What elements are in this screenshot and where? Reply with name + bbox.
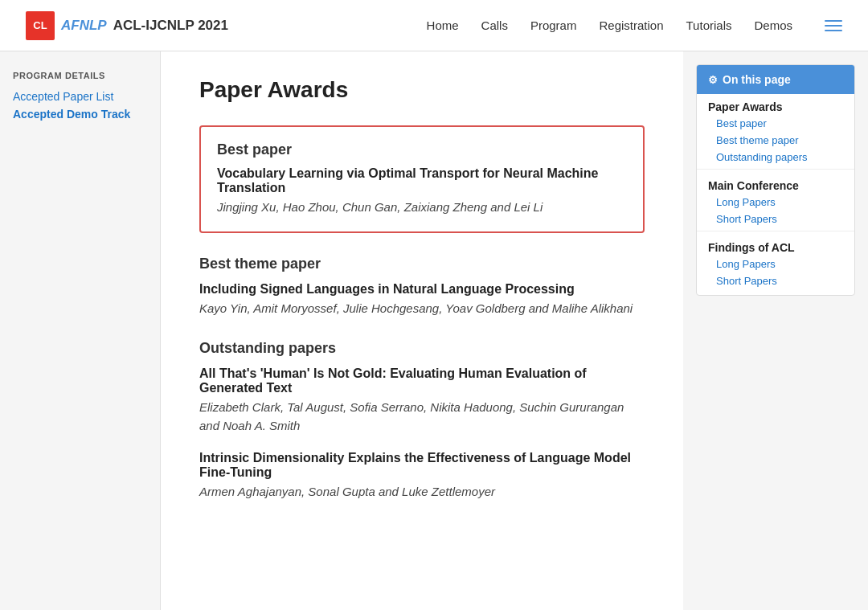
best-paper-heading: Best paper: [217, 141, 627, 158]
nav-program[interactable]: Program: [530, 18, 577, 32]
nav-registration[interactable]: Registration: [599, 18, 663, 32]
toc-header-label: On this page: [723, 73, 791, 86]
toc-link-findings-short-papers[interactable]: Short Papers: [697, 272, 854, 295]
hamburger-line-3: [825, 30, 842, 31]
best-paper-authors: Jingjing Xu, Hao Zhou, Chun Gan, Zaixian…: [217, 199, 627, 217]
toc-section-main-conference: Main Conference: [697, 173, 854, 194]
hamburger-line-2: [825, 25, 842, 27]
sidebar-section-title: PROGRAM DETAILS: [13, 71, 147, 80]
toc-divider-1: [697, 169, 854, 170]
toc-header: ⚙ On this page: [697, 65, 854, 94]
hamburger-line-1: [825, 20, 842, 22]
gear-icon: ⚙: [708, 74, 718, 86]
best-theme-paper-section: Best theme paper Including Signed Langua…: [199, 256, 645, 318]
best-theme-paper-authors: Kayo Yin, Amit Moryossef, Julie Hochgesa…: [199, 300, 645, 318]
toc-box: ⚙ On this page Paper Awards Best paper B…: [696, 64, 855, 296]
toc-link-outstanding-papers[interactable]: Outstanding papers: [697, 149, 854, 166]
page-title: Paper Awards: [199, 77, 645, 103]
outstanding-papers-section: Outstanding papers All That's 'Human' Is…: [199, 340, 645, 502]
site-title: ACL-IJCNLP 2021: [113, 18, 228, 34]
nav-calls[interactable]: Calls: [481, 18, 508, 32]
nav-tutorials[interactable]: Tutorials: [686, 18, 732, 32]
sidebar-link-accepted-demo-track[interactable]: Accepted Demo Track: [13, 108, 147, 121]
outstanding-paper-2: Intrinsic Dimensionality Explains the Ef…: [199, 451, 645, 502]
nav-demos[interactable]: Demos: [754, 18, 792, 32]
best-paper-title: Vocabulary Learning via Optimal Transpor…: [217, 166, 627, 195]
outstanding-paper-2-title: Intrinsic Dimensionality Explains the Ef…: [199, 451, 645, 480]
best-theme-paper-heading: Best theme paper: [199, 256, 645, 272]
logo-text: CL: [33, 19, 47, 31]
toc-link-main-short-papers[interactable]: Short Papers: [697, 211, 854, 227]
left-sidebar: PROGRAM DETAILS Accepted Paper List Acce…: [0, 51, 161, 610]
toc-sidebar: ⚙ On this page Paper Awards Best paper B…: [683, 51, 868, 610]
toc-link-main-long-papers[interactable]: Long Papers: [697, 194, 854, 211]
toc-link-best-paper[interactable]: Best paper: [697, 115, 854, 132]
outstanding-paper-1-title: All That's 'Human' Is Not Gold: Evaluati…: [199, 366, 645, 395]
best-theme-paper-title: Including Signed Languages in Natural La…: [199, 282, 645, 297]
toc-section-paper-awards: Paper Awards: [697, 94, 854, 115]
toc-link-findings-long-papers[interactable]: Long Papers: [697, 256, 854, 272]
main-content: Paper Awards Best paper Vocabulary Learn…: [161, 51, 683, 610]
outstanding-paper-1: All That's 'Human' Is Not Gold: Evaluati…: [199, 366, 645, 435]
sidebar-link-accepted-paper-list[interactable]: Accepted Paper List: [13, 90, 147, 103]
brand-text: AFNLP: [61, 18, 107, 34]
best-paper-box: Best paper Vocabulary Learning via Optim…: [199, 125, 645, 233]
hamburger-menu[interactable]: [825, 20, 842, 31]
toc-divider-2: [697, 231, 854, 231]
toc-section-findings-acl: Findings of ACL: [697, 235, 854, 256]
outstanding-paper-2-authors: Armen Aghajanyan, Sonal Gupta and Luke Z…: [199, 483, 645, 502]
page-layout: PROGRAM DETAILS Accepted Paper List Acce…: [0, 51, 868, 610]
logo-box: CL: [26, 11, 55, 40]
site-header: CL AFNLP ACL-IJCNLP 2021 Home Calls Prog…: [0, 0, 868, 51]
nav-home[interactable]: Home: [427, 18, 459, 32]
outstanding-paper-1-authors: Elizabeth Clark, Tal August, Sofia Serra…: [199, 399, 645, 435]
toc-link-best-theme-paper[interactable]: Best theme paper: [697, 132, 854, 149]
outstanding-papers-heading: Outstanding papers: [199, 340, 645, 357]
main-nav: Home Calls Program Registration Tutorial…: [427, 18, 842, 32]
